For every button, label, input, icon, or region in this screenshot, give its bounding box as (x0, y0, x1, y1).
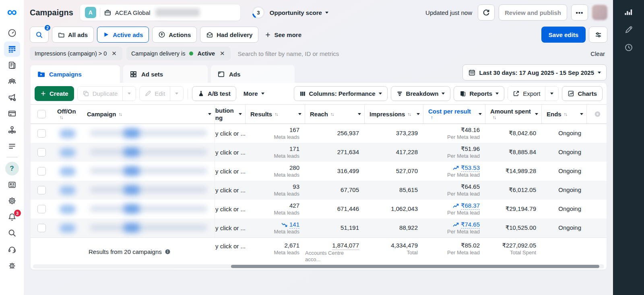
breakdown-button[interactable]: Breakdown (391, 86, 451, 101)
ab-test-button[interactable]: A/B test (192, 86, 236, 101)
insights-panel-button[interactable] (620, 3, 638, 21)
edit-button[interactable]: Edit (140, 87, 170, 101)
campaign-toggle-blurred[interactable] (60, 129, 76, 138)
reports-button[interactable]: Reports (454, 86, 504, 101)
see-more-filters[interactable]: See more (262, 31, 305, 38)
filter-search-button[interactable]: 2 (30, 27, 49, 43)
table-row[interactable]: y click or ... 427Meta leads 671,446 1,0… (31, 200, 607, 219)
row-checkbox[interactable] (37, 186, 46, 194)
column-menu-icon[interactable] (358, 113, 361, 115)
tab-campaigns[interactable]: Campaigns (31, 65, 120, 83)
row-checkbox[interactable] (37, 129, 46, 138)
campaign-toggle-blurred[interactable] (60, 224, 76, 233)
remove-filter-icon[interactable]: ✕ (219, 50, 226, 57)
more-actions-button[interactable]: More (239, 90, 268, 97)
column-menu-icon[interactable] (208, 113, 211, 115)
table-row[interactable]: y click or ... 93Meta leads 67,705 85,61… (31, 181, 607, 200)
column-menu-icon[interactable] (535, 113, 538, 115)
column-header-impressions[interactable]: Impressions↑↓ (365, 105, 423, 124)
duplicate-button[interactable]: Duplicate (78, 87, 123, 101)
column-header-off-on[interactable]: Off/On↑↓ (52, 105, 82, 124)
filter-active-ads[interactable]: Active ads (97, 27, 149, 43)
chip-delivery-filter[interactable]: Campaign delivery is Active ✕ (126, 47, 231, 60)
columns-button[interactable]: Columns: Performance (294, 86, 388, 101)
campaign-toggle-blurred[interactable] (60, 148, 76, 157)
horizontal-scrollbar[interactable] (33, 264, 604, 268)
nav-notifications[interactable]: 3 (4, 209, 20, 225)
create-button[interactable]: Create (35, 86, 74, 101)
table-row[interactable]: y click or ... 141 Meta leads 51,191 88,… (31, 219, 607, 237)
campaign-toggle-blurred[interactable] (60, 186, 76, 195)
nav-all-tools[interactable] (4, 138, 20, 153)
row-checkbox[interactable] (37, 167, 46, 175)
add-column-button[interactable] (587, 105, 607, 124)
history-panel-button[interactable] (620, 39, 638, 56)
table-row[interactable]: y click or ... 280Meta leads 316,499 527… (31, 162, 607, 181)
nav-audiences[interactable] (4, 74, 20, 89)
reach-total[interactable]: 1,874,077 (332, 242, 359, 250)
cost-value-link[interactable]: ₹53.53 (461, 164, 480, 172)
filter-search-input[interactable]: Search to filter by name, ID or metrics (235, 50, 587, 57)
nav-settings[interactable] (4, 193, 20, 208)
column-header-cost-per-result[interactable]: Cost per result↑ (423, 105, 485, 124)
column-header-amount-spent[interactable]: Amount spent↑↓ (485, 105, 542, 124)
column-menu-icon[interactable] (298, 113, 301, 115)
table-row[interactable]: y click or ... 171Meta leads 271,634 417… (31, 143, 607, 162)
scrollbar-thumb[interactable] (231, 265, 599, 268)
select-all-checkbox[interactable] (37, 110, 46, 118)
review-and-publish-button[interactable]: Review and publish (499, 4, 567, 21)
nav-search[interactable] (4, 225, 20, 241)
filter-settings-button[interactable] (589, 27, 607, 43)
filter-all-ads[interactable]: All ads (52, 27, 94, 43)
column-header-campaign[interactable]: Campaign↑↓ (82, 105, 215, 124)
nav-support[interactable] (4, 241, 20, 257)
edit-panel-button[interactable] (620, 21, 638, 39)
campaign-toggle-blurred[interactable] (60, 167, 76, 176)
results-value-link[interactable]: 141 (289, 221, 299, 229)
campaign-toggle-blurred[interactable] (60, 205, 76, 214)
column-header-reach[interactable]: Reach↑↓ (305, 105, 365, 124)
edit-dropdown[interactable] (170, 87, 183, 101)
opportunity-score-gauge[interactable]: 3 (251, 5, 266, 20)
column-menu-icon[interactable] (580, 113, 583, 115)
nav-account-overview[interactable] (4, 25, 20, 41)
save-edits-button[interactable]: Save edits (541, 27, 586, 43)
tab-ads[interactable]: Ads (211, 65, 295, 83)
cost-value-link[interactable]: ₹68.37 (461, 202, 480, 210)
column-header-attribution[interactable]: Attribution setting (215, 105, 246, 124)
nav-report-bug[interactable] (4, 258, 20, 273)
filter-had-delivery[interactable]: Had delivery (200, 27, 258, 43)
row-checkbox[interactable] (37, 205, 46, 213)
nav-business-assets[interactable] (4, 122, 20, 137)
nav-advertising[interactable] (4, 90, 20, 105)
nav-campaigns[interactable] (4, 41, 20, 57)
table-row[interactable]: y click or ... 167Meta leads 256,937 373… (31, 124, 607, 143)
export-dropdown[interactable] (545, 87, 558, 101)
column-header-ends[interactable]: Ends↑↓ (542, 105, 587, 124)
row-checkbox[interactable] (37, 148, 46, 157)
column-menu-icon[interactable] (239, 113, 242, 115)
nav-updates[interactable] (4, 177, 20, 192)
column-header-results[interactable]: Results↑↓ (246, 105, 305, 124)
nav-billing[interactable] (4, 106, 20, 121)
more-options-button[interactable]: ••• (571, 4, 588, 21)
meta-logo-icon[interactable]: ∞ (7, 6, 17, 18)
filter-actions[interactable]: Actions (152, 27, 197, 43)
info-icon[interactable] (165, 249, 171, 255)
row-checkbox[interactable] (37, 224, 46, 232)
tab-ad-sets[interactable]: Ad sets (123, 65, 208, 83)
opportunity-score-dropdown[interactable]: Opportunity score (270, 9, 328, 16)
clear-filters-button[interactable]: Clear (590, 50, 607, 57)
chip-impressions-filter[interactable]: Impressions (campaign) > 0 ✕ (30, 47, 122, 60)
date-range-picker[interactable]: Last 30 days: 17 Aug 2025 - 15 Sep 2025 (462, 64, 607, 80)
duplicate-dropdown[interactable] (122, 87, 136, 101)
column-menu-icon[interactable] (417, 113, 420, 115)
user-avatar-blurred[interactable] (592, 5, 607, 20)
column-menu-icon[interactable] (479, 113, 482, 115)
nav-help[interactable]: ? (4, 161, 20, 176)
cost-value-link[interactable]: ₹74.65 (461, 221, 480, 229)
charts-button[interactable]: Charts (562, 86, 603, 101)
account-selector[interactable]: A ACEA Global (80, 4, 241, 21)
export-button[interactable]: Export (508, 87, 545, 101)
nav-ads-reporting[interactable] (4, 58, 20, 73)
